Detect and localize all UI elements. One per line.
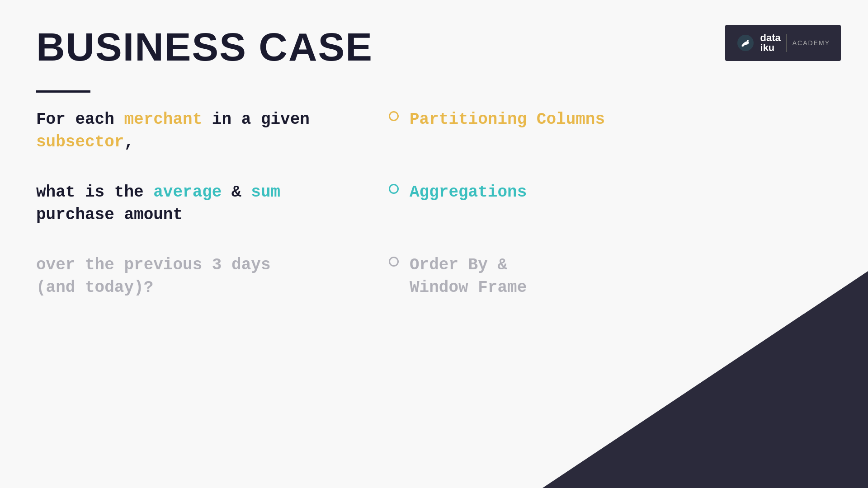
right-item-2: Aggregations: [389, 181, 832, 204]
text-over-previous: over the previous 3 days(and today)?: [36, 256, 270, 297]
text-sum: sum: [251, 183, 280, 202]
logo-divider: [786, 34, 787, 52]
text-what-is: what is the: [36, 183, 153, 202]
text-purchase-amount: purchase amount: [36, 206, 183, 224]
content-area: For each merchant in a given subsector, …: [36, 108, 832, 326]
label-order-by: Order By &Window Frame: [410, 254, 527, 300]
text-comma: ,: [124, 133, 134, 151]
logo-bird-icon: [736, 33, 755, 52]
label-aggregations: Aggregations: [410, 181, 527, 204]
left-text-3: over the previous 3 days(and today)?: [36, 254, 353, 300]
text-for-each: For each: [36, 110, 124, 129]
text-average: average: [153, 183, 222, 202]
right-item-1: Partitioning Columns: [389, 108, 832, 131]
bullet-aggregations: [389, 184, 399, 194]
left-text-2: what is the average & sumpurchase amount: [36, 181, 353, 227]
svg-point-1: [747, 40, 749, 42]
title-underline: [36, 90, 90, 93]
text-subsector: subsector: [36, 133, 124, 151]
right-item-3: Order By &Window Frame: [389, 254, 832, 300]
content-row-2: what is the average & sumpurchase amount…: [36, 181, 832, 227]
text-merchant: merchant: [124, 110, 202, 129]
bullet-order-by: [389, 257, 399, 267]
text-in-a-given: in a given: [202, 110, 310, 129]
label-partitioning-columns: Partitioning Columns: [410, 108, 605, 131]
page-title: BUSINESS CASE: [36, 27, 373, 67]
content-row-3: over the previous 3 days(and today)? Ord…: [36, 254, 832, 300]
logo-iku-text: iku: [760, 43, 781, 53]
logo-dataiku-text: data: [760, 33, 781, 43]
left-text-1: For each merchant in a given subsector,: [36, 108, 353, 154]
slide-background: data iku ACADEMY BUSINESS CASE For each …: [0, 0, 868, 488]
logo-area: data iku ACADEMY: [725, 25, 841, 61]
logo-academy-text: ACADEMY: [793, 39, 830, 47]
content-row-1: For each merchant in a given subsector, …: [36, 108, 832, 154]
bullet-partitioning: [389, 111, 399, 121]
text-and: &: [222, 183, 251, 202]
